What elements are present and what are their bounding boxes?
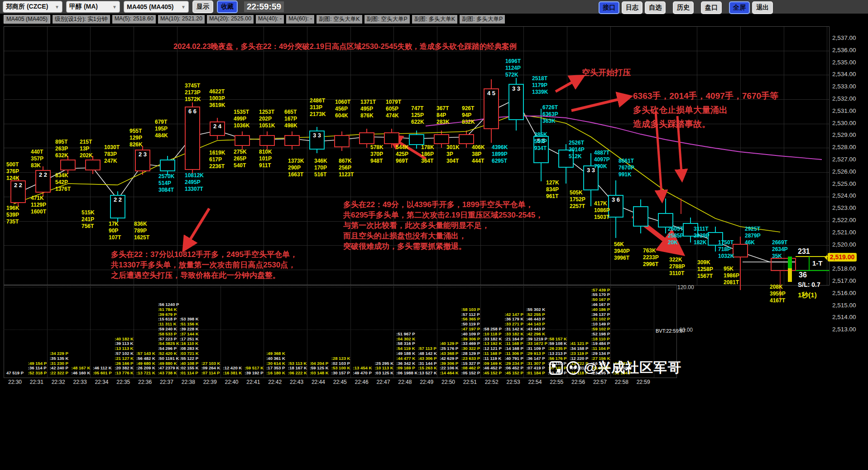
trade-volume-label: 2669T 2634P 35K — [772, 239, 788, 260]
time-axis-label: 22:42 — [268, 379, 282, 385]
time-axis-label: 22:36 — [138, 379, 152, 385]
price-axis-label: 2,531.00 — [832, 107, 864, 114]
candle-body — [85, 160, 101, 170]
orderflow-entry: :58 533 P — [158, 332, 179, 337]
trade-volume-label: 895T 263P 632K — [55, 139, 68, 159]
price-axis-label: 2,518.00 — [832, 265, 864, 272]
orderflow-entry: :42 296 K — [526, 332, 547, 337]
price-axis-label: 2,535.00 — [832, 59, 864, 66]
price-axis-label: 2,536.00 — [832, 47, 864, 53]
trade-volume-label: 178K 186P 364T — [421, 144, 434, 165]
orderflow-entry: :37 144 K — [180, 332, 199, 337]
orderflow-column: :48 167 K:46 160 K — [72, 366, 91, 376]
candle-body — [185, 107, 200, 170]
orderflow-entry: :56 482 K — [136, 356, 155, 361]
watermark: @兴成社区军哥 — [549, 359, 681, 377]
trade-volume-label: 665T 167P 498K — [284, 109, 297, 129]
trade-volume-label: 500T 376P 124K — [6, 161, 19, 182]
orderflow-entry: :21 127 K — [115, 356, 134, 361]
candle-order-count: 3 3 — [508, 85, 524, 92]
trade-volume-label: 17K 90P 107T — [109, 221, 121, 241]
trade-volume-label: 275K 265P 540T — [234, 149, 247, 169]
trade-volume-label: 367T 84P 283K — [436, 105, 450, 126]
price-axis-label: 2,528.00 — [832, 144, 864, 150]
orderflow-entry: :10 118 P — [483, 332, 502, 337]
time-axis-label: 22:35 — [116, 379, 130, 385]
orderflow-column: :51 967 P:04 302 K:58 316 P:54 119 K:49 … — [396, 332, 417, 376]
orderflow-entry: :42 629 P — [440, 356, 459, 361]
price-axis-label: 2,513.00 — [832, 326, 864, 333]
trade-volume-label: 4887T 4097P 790K — [594, 150, 610, 170]
candle-body — [384, 132, 399, 144]
candle-body — [459, 134, 474, 144]
candle-order-count: 3 3 — [309, 132, 325, 139]
widget-speed-label: 1秒(1) — [798, 291, 817, 300]
price-axis-label: 2,517.00 — [832, 277, 864, 284]
price-axis-label: 2,532.00 — [832, 95, 864, 102]
orderflow-column: :40 182 K:39 113 K:13 113 K:57 102 K:21 … — [115, 337, 134, 376]
orderflow-column: :25 295 K:10 113 K:03 125 K — [374, 361, 393, 376]
trade-volume-label: 346K 170P 516T — [314, 158, 327, 178]
trade-volume-label: 2486T 313P 2173K — [310, 97, 326, 118]
trade-volume-label: 1079T 605P 474K — [386, 99, 401, 119]
orderflow-column: :57 143 K:56 482 K:49 680 K:26 209 K:13 … — [136, 351, 155, 376]
orderflow-column: :27 103 K:09 264 K:07 114 P — [201, 361, 221, 376]
price-axis-label: 2,530.00 — [832, 120, 864, 126]
trade-volume-label: 867K 256P 1123T — [339, 158, 354, 178]
price-axis-label: 2,523.00 — [832, 204, 864, 211]
panda-icon — [566, 361, 580, 375]
widget-tick-label: 1-T — [812, 259, 823, 267]
annotation-short-attack: 空头开始打压 — [582, 67, 631, 78]
trade-volume-label: 763K 2233P 2996T — [643, 247, 659, 268]
orderflow-column: :04 204 P:59 125 K:03 148 K — [310, 361, 329, 376]
orderflow-column: :58 258 P:10 118 P:33 182 K:13 192 K:12 … — [483, 327, 502, 376]
orderflow-entry: :11 119 K — [483, 356, 502, 361]
time-axis-label: 22:50 — [441, 379, 455, 385]
price-axis-label: 2,521.00 — [832, 229, 864, 236]
time-axis-label: 22:40 — [225, 379, 238, 385]
orderflow-column: :34 229 P:35 135 K:31 230 P:42 240 P:22 … — [50, 351, 69, 376]
price-axis-label: 2,534.00 — [832, 71, 864, 78]
trade-volume-label: 2605T 2585P 20K — [668, 226, 684, 246]
orderflow-entry: :35 135 K — [50, 356, 69, 361]
widget-rect — [788, 268, 792, 282]
time-axis-label: 22:30 — [8, 379, 22, 385]
time-axis-label: 22:57 — [593, 379, 607, 385]
orderflow-entry: :03 148 K — [310, 371, 329, 376]
trade-volume-label: 95K 1986P 2081T — [724, 266, 739, 286]
time-axis-label: 22:34 — [95, 379, 108, 385]
trade-volume-label: 10812K 2495P 13307T — [185, 172, 204, 193]
orderflow-entry: :07 114 P — [201, 371, 221, 376]
orderflow-entry: :01 184 P — [526, 371, 547, 376]
widget-rect — [788, 257, 792, 268]
orderflow-column: :55 302 K:52 255 P:46 443 P:44 143 P:43 … — [526, 307, 547, 376]
annotation-arrow — [185, 208, 209, 248]
orderflow-entry: :05 601 P — [93, 371, 111, 376]
price-axis-label: 2,526.00 — [832, 168, 864, 175]
time-axis-label: 22:59 — [637, 379, 650, 385]
trade-volume-label: 1619K 617P 2236T — [209, 150, 225, 170]
price-axis-label: 2,525.00 — [832, 180, 864, 187]
orderflow-entry: :13 776 K — [115, 371, 134, 376]
candle-body — [409, 134, 424, 145]
orderflow-entry: :14 464 K — [440, 371, 459, 376]
orderflow-entry: 47 519 P — [6, 371, 24, 376]
trade-volume-label: 3111T 2929P 182K — [694, 226, 710, 246]
orderflow-column: :28 123 K:02 103 P:53 100 K:30 157 P — [331, 356, 350, 376]
orderflow-entry: :45 152 P — [483, 371, 502, 376]
widget-count-top: 231 — [798, 247, 810, 256]
orderflow-entry: :43 306 P — [418, 356, 437, 361]
trade-volume-label: 2518T 1179P 1339K — [532, 75, 548, 96]
candle-order-count: 6 6 — [185, 108, 200, 115]
trade-volume-label: 4396K 1899P 6295T — [492, 144, 508, 165]
candle-body — [160, 160, 175, 171]
orderflow-column: :59 517 K:39 192 P — [245, 366, 264, 376]
bvt-timestamp: BVT:22:59:57 — [656, 328, 686, 334]
orderflow-column: :49 154 P:36 114 P:52 318 P — [28, 361, 47, 376]
price-axis-label: 2,514.00 — [832, 314, 864, 320]
trade-volume-label: 1030T 783P 247K — [104, 144, 120, 165]
widget-count-bottom: 36 — [799, 271, 807, 279]
trade-volume-label: 417K 1086P 1503T — [594, 200, 610, 221]
orderflow-entry: :36 147 P — [526, 356, 547, 361]
trade-volume-label: 309K 1258P 1567T — [697, 259, 713, 280]
